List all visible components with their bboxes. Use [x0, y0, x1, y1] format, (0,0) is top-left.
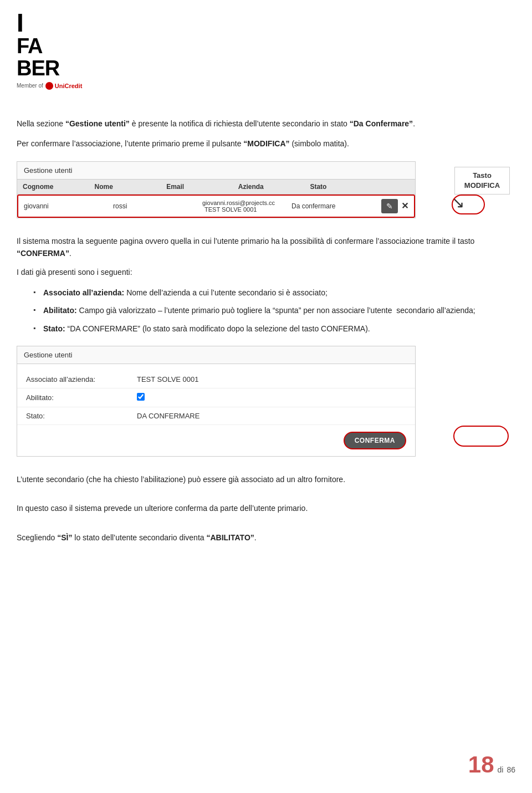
- conferma-highlight-circle: [453, 426, 509, 447]
- cell-stato: Da confermare: [286, 199, 375, 213]
- cell-nome: rossi: [108, 199, 197, 213]
- page-separator: di: [498, 765, 504, 774]
- form-value-azienda: TEST SOLVE 0001: [137, 375, 199, 383]
- intro-paragraph-2: Per confermare l’associazione, l’utente …: [17, 137, 515, 150]
- form-row-stato: Stato: DA CONFERMARE: [17, 407, 415, 425]
- form-row-azienda: Associato all’azienda: TEST SOLVE 0001: [17, 371, 415, 388]
- logo: I FA BER: [17, 10, 515, 80]
- form-label-stato: Stato:: [26, 412, 137, 420]
- table1-header-row: Cognome Nome Email Azienda Stato: [17, 180, 415, 195]
- table2: Gestione utenti Associato all’azienda: T…: [17, 346, 416, 457]
- bullet-item-2: Abilitato: Campo già valorizzato – l’ute…: [33, 304, 515, 316]
- page-total: 86: [507, 765, 515, 774]
- abilitato-checkbox[interactable]: [137, 393, 145, 401]
- col-actions: [376, 180, 415, 194]
- unicredit-name: UniCredit: [55, 83, 83, 89]
- delete-button[interactable]: ✕: [401, 201, 408, 211]
- form-value-stato: DA CONFERMARE: [137, 412, 200, 420]
- bottom-para-2: In questo caso il sistema prevede un ult…: [17, 502, 515, 514]
- cell-cognome: giovanni: [18, 199, 108, 213]
- member-of: Member of UniCredit: [17, 82, 515, 90]
- table1-title: Gestione utenti: [17, 162, 415, 180]
- bullet-item-1: Associato all’azienda: Nome dell’azienda…: [33, 286, 515, 299]
- table2-title: Gestione utenti: [17, 346, 415, 364]
- form-value-abilitato: [137, 393, 145, 402]
- main-content: Nella sezione “Gestione utenti” è presen…: [0, 95, 532, 567]
- data-presenti-label: I dati già presenti sono i seguenti:: [17, 266, 515, 278]
- conferma-button[interactable]: CONFERMA: [344, 432, 406, 449]
- logo-line-ber: BER: [17, 58, 515, 80]
- arrow-icon: ↘: [452, 193, 464, 212]
- tasto-modifica-label: TastoMODIFICA: [454, 167, 510, 195]
- bullet-list: Associato all’azienda: Nome dell’azienda…: [33, 286, 515, 335]
- section2-text: Il sistema mostra la seguente pagina ovv…: [17, 235, 515, 260]
- form-actions: CONFERMA: [17, 425, 415, 456]
- table1: Gestione utenti Cognome Nome Email Azien…: [17, 161, 416, 218]
- table1-section: TastoMODIFICA Gestione utenti Cognome No…: [17, 161, 515, 218]
- table2-spacer: [17, 364, 415, 371]
- form-row-abilitato: Abilitato:: [17, 388, 415, 407]
- bottom-para-1: L’utente secondario (che ha chiesto l’ab…: [17, 473, 515, 485]
- bullet-item-3: Stato: “DA CONFERMARE” (lo stato sarà mo…: [33, 323, 515, 335]
- logo-line-i: I: [17, 10, 515, 35]
- bottom-para-3: Scegliendo “SÌ” lo stato dell’utente sec…: [17, 531, 515, 544]
- edit-button[interactable]: ✎: [381, 199, 398, 213]
- cell-email: giovanni.rossi@projects.cc TEST SOLVE 00…: [197, 196, 286, 216]
- unicredit-icon: [45, 82, 53, 90]
- form-label-azienda: Associato all’azienda:: [26, 375, 137, 383]
- intro-paragraph-1: Nella sezione “Gestione utenti” è presen…: [17, 117, 515, 130]
- logo-line-fa: FA: [17, 35, 515, 58]
- form-label-abilitato: Abilitato:: [26, 393, 137, 402]
- member-label: Member of: [17, 83, 43, 89]
- col-azienda: Azienda: [233, 180, 305, 194]
- col-stato: Stato: [304, 180, 376, 194]
- cell-actions: ✎ ✕: [375, 196, 414, 217]
- col-cognome: Cognome: [17, 180, 89, 194]
- table2-section: Gestione utenti Associato all’azienda: T…: [17, 346, 515, 457]
- page-current: 18: [468, 753, 494, 776]
- logo-area: I FA BER Member of UniCredit: [0, 0, 532, 95]
- col-nome: Nome: [89, 180, 161, 194]
- table1-data-row: giovanni rossi giovanni.rossi@projects.c…: [17, 195, 415, 218]
- page-number: 18 di 86: [468, 753, 515, 776]
- col-email: Email: [161, 180, 233, 194]
- unicredit-logo: UniCredit: [45, 82, 83, 90]
